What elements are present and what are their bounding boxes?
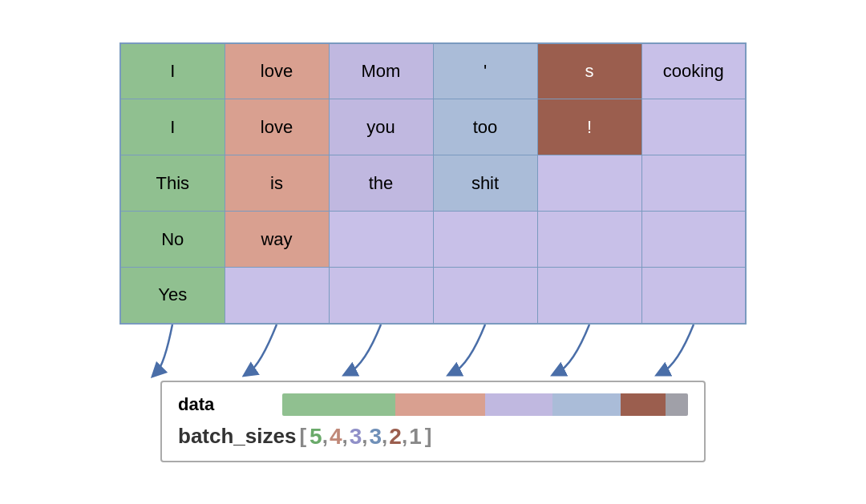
table-row: IloveMom'scooking (120, 43, 746, 99)
batch-sizes-row: batch_sizes [ 5, 4, 3, 3, 2, 1 ] (178, 424, 688, 450)
table-row: Noway (120, 212, 746, 268)
cell-r3-c0: No (120, 212, 225, 268)
cell-r2-c1: is (225, 155, 329, 212)
seg-blue (552, 393, 620, 416)
data-label: data (178, 394, 282, 415)
cell-r4-c1 (225, 268, 329, 324)
cell-r3-c3 (433, 212, 537, 268)
table-row: Iloveyoutoo! (120, 99, 746, 155)
seg-pink (395, 393, 485, 416)
seg-green (282, 393, 395, 416)
cell-r2-c5 (641, 155, 746, 212)
batch-sizes-label: batch_sizes (178, 424, 296, 449)
batch-num-3: 3 (370, 424, 382, 450)
seg-lavender (485, 393, 552, 416)
seg-gray (666, 393, 688, 416)
table-row: Yes (120, 268, 746, 324)
cell-r3-c1: way (225, 212, 329, 268)
batch-num-1: 4 (330, 424, 342, 450)
cell-r1-c5 (641, 99, 746, 155)
cell-r0-c0: I (120, 43, 225, 99)
cell-r4-c3 (433, 268, 537, 324)
cell-r4-c4 (537, 268, 641, 324)
cell-r4-c0: Yes (120, 268, 225, 324)
main-container: IloveMom'scookingIloveyoutoo!Thisisthesh… (119, 42, 747, 462)
cell-r2-c3: shit (433, 155, 537, 212)
cell-r0-c5: cooking (641, 43, 746, 99)
cell-r2-c2: the (329, 155, 433, 212)
cell-r2-c0: This (120, 155, 225, 212)
cell-r0-c1: love (225, 43, 329, 99)
data-bar (282, 393, 688, 416)
table-row: Thisistheshit (120, 155, 746, 212)
data-legend-row: data (178, 393, 688, 416)
cell-r1-c1: love (225, 99, 329, 155)
arrows-svg (120, 325, 746, 381)
cell-r3-c5 (641, 212, 746, 268)
open-bracket: [ (299, 424, 306, 449)
cell-r4-c2 (329, 268, 433, 324)
seg-brown (621, 393, 666, 416)
cell-r0-c4: s (537, 43, 641, 99)
cell-r2-c4 (537, 155, 641, 212)
cell-r1-c3: too (433, 99, 537, 155)
word-grid-table: IloveMom'scookingIloveyoutoo!Thisisthesh… (119, 42, 747, 325)
batch-num-5: 1 (409, 424, 422, 450)
cell-r0-c3: ' (433, 43, 537, 99)
close-bracket: ] (425, 424, 432, 449)
cell-r3-c2 (329, 212, 433, 268)
batch-num-2: 3 (350, 424, 362, 450)
batch-num-0: 5 (310, 424, 322, 450)
cell-r3-c4 (537, 212, 641, 268)
cell-r4-c5 (641, 268, 746, 324)
batch-num-4: 2 (389, 424, 402, 450)
cell-r0-c2: Mom (329, 43, 433, 99)
cell-r1-c4: ! (537, 99, 641, 155)
cell-r1-c0: I (120, 99, 225, 155)
cell-r1-c2: you (329, 99, 433, 155)
legend-box: data batch_sizes [ 5, 4, 3, 3, 2, 1 ] (160, 381, 706, 462)
arrows-area (120, 325, 746, 381)
